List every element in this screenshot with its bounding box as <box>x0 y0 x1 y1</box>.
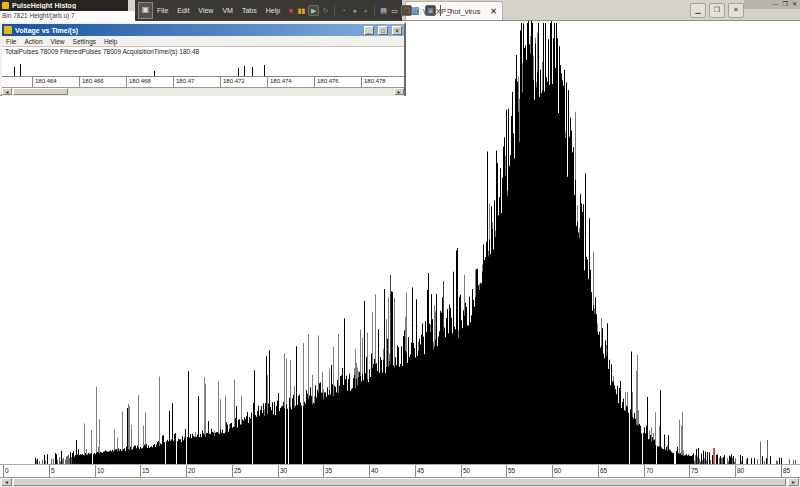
voltage-menu-settings[interactable]: Settings <box>73 38 97 45</box>
window-icon[interactable]: ▢ <box>414 6 423 15</box>
voltage-scroll-right-button[interactable]: ► <box>394 88 404 95</box>
pulse-tick <box>238 68 239 76</box>
vm-menu-file[interactable]: File <box>157 7 168 14</box>
x-axis-label: 65 <box>600 467 607 474</box>
axis-separator <box>314 77 315 87</box>
display-icon[interactable]: ▣ <box>425 5 436 16</box>
time-axis-label: 180.464 <box>35 78 57 84</box>
vm-menu-view[interactable]: View <box>198 7 213 14</box>
vm-menubar: ▣ FileEditViewVMTabsHelp ■▮▮▶↻◔●◕▤▭❐▢▣◘ <box>135 0 402 21</box>
scroll-left-button[interactable]: ◄ <box>1 478 12 486</box>
axis-separator <box>323 465 324 477</box>
axis-separator <box>220 77 221 87</box>
voltage-scroll-left-button[interactable]: ◄ <box>2 88 12 95</box>
voltage-menu-action[interactable]: Action <box>24 38 42 45</box>
axis-separator <box>95 465 96 477</box>
close-button[interactable]: ✕ <box>392 26 402 35</box>
axis-separator <box>79 77 80 87</box>
voltage-titlebar[interactable]: Voltage vs Time/(s) _ □ ✕ <box>2 24 404 36</box>
toolbar-separator <box>374 5 375 16</box>
x-axis-label: 50 <box>463 467 470 474</box>
vm-toolbar: ■▮▮▶↻◔●◕▤▭❐▢▣◘ <box>286 5 454 16</box>
voltage-status-line: TotalPulses 78009 FilteredPulses 78009 A… <box>2 47 404 57</box>
voltage-window-icon <box>4 26 12 34</box>
host-close-icon[interactable]: ✕ <box>792 0 797 9</box>
axis-separator <box>552 465 553 477</box>
time-axis-label: 180.47 <box>176 78 194 84</box>
x-axis-label: 5 <box>51 467 55 474</box>
axis-separator <box>735 465 736 477</box>
scroll-thumb[interactable] <box>13 478 786 486</box>
voltage-plot-area <box>2 57 404 76</box>
axis-separator <box>232 465 233 477</box>
x-axis-label: 85 <box>783 467 790 474</box>
axis-separator <box>781 465 782 477</box>
snapshot-icon[interactable]: ● <box>350 6 359 15</box>
vm-menu-help[interactable]: Help <box>266 7 280 14</box>
time-axis-label: 180.478 <box>364 78 386 84</box>
minimize-icon[interactable]: ▁ <box>690 3 706 18</box>
voltage-horizontal-scrollbar[interactable]: ◄ ► <box>2 87 404 96</box>
x-axis-label: 10 <box>97 467 104 474</box>
minimize-button[interactable]: _ <box>364 26 374 35</box>
host-window-buttons: —❐✕ <box>744 0 800 9</box>
x-axis-label: 55 <box>508 467 515 474</box>
axis-separator <box>173 77 174 87</box>
axis-separator <box>644 465 645 477</box>
detach-icon[interactable]: ◔ <box>339 6 348 15</box>
pulse-tick <box>244 66 245 76</box>
vm-menu-tabs[interactable]: Tabs <box>242 7 257 14</box>
x-axis-label: 75 <box>691 467 698 474</box>
x-axis-label: 80 <box>737 467 744 474</box>
bin-status-text: Bin 7821 Height/(arb.u) 7 <box>0 11 137 21</box>
pulse-tick <box>252 67 253 76</box>
pulse-tick <box>20 64 21 76</box>
pulseheight-titlebar[interactable]: PulseHeight Histog <box>0 0 128 11</box>
voltage-time-axis: 180.464180.466180.468180.47180.472180.47… <box>2 76 404 87</box>
tab-close-icon[interactable]: ✕ <box>490 7 497 16</box>
scroll-right-button[interactable]: ► <box>788 478 799 486</box>
x-axis-label: 30 <box>280 467 287 474</box>
x-axis-label: 45 <box>417 467 424 474</box>
panel-icon[interactable]: ▤ <box>379 6 388 15</box>
vm-menu-vm[interactable]: VM <box>222 7 233 14</box>
restore-icon[interactable]: ❐ <box>709 3 725 18</box>
voltage-menu-file[interactable]: File <box>6 38 16 45</box>
vm-menu-edit[interactable]: Edit <box>177 7 189 14</box>
voltage-window-title: Voltage vs Time/(s) <box>15 27 360 34</box>
host-restore-icon[interactable]: ❐ <box>783 0 788 9</box>
axis-separator <box>461 465 462 477</box>
x-axis-label: 0 <box>5 467 9 474</box>
pulse-tick <box>264 65 265 76</box>
play-icon[interactable]: ▶ <box>308 5 319 16</box>
time-axis-label: 180.472 <box>223 78 245 84</box>
globe-icon[interactable]: ◕ <box>361 6 370 15</box>
screenshot-icon[interactable]: ❐ <box>401 5 412 16</box>
axis-separator <box>361 77 362 87</box>
axis-separator <box>689 465 690 477</box>
toolbar-separator <box>440 5 441 16</box>
voltage-menubar: FileActionViewSettingsHelp <box>2 36 404 47</box>
time-axis-label: 180.474 <box>270 78 292 84</box>
voltage-vs-time-window: Voltage vs Time/(s) _ □ ✕ FileActionView… <box>0 22 406 96</box>
record-monitor-icon[interactable]: ◘ <box>445 6 454 15</box>
axis-separator <box>598 465 599 477</box>
voltage-scroll-thumb[interactable] <box>13 88 68 95</box>
stop-icon[interactable]: ■ <box>286 6 295 15</box>
host-minimize-icon[interactable]: — <box>773 0 779 9</box>
main-horizontal-scrollbar[interactable]: ◄ ► <box>0 477 800 487</box>
pause-icon[interactable]: ▮▮ <box>297 6 306 15</box>
vm-menus: FileEditViewVMTabsHelp <box>157 7 280 14</box>
window-buttons: ▁❐✕ <box>690 3 744 18</box>
toolbar-separator <box>334 5 335 16</box>
vm-screen-icon[interactable]: ▣ <box>138 2 153 19</box>
maximize-button[interactable]: □ <box>378 26 388 35</box>
taskbar-icon[interactable]: ▭ <box>390 6 399 15</box>
axis-separator <box>140 465 141 477</box>
voltage-menu-help[interactable]: Help <box>104 38 117 45</box>
axis-separator <box>49 465 50 477</box>
close-icon[interactable]: ✕ <box>728 3 744 18</box>
reset-icon[interactable]: ↻ <box>321 6 330 15</box>
voltage-menu-view[interactable]: View <box>51 38 65 45</box>
x-axis-label: 70 <box>646 467 653 474</box>
